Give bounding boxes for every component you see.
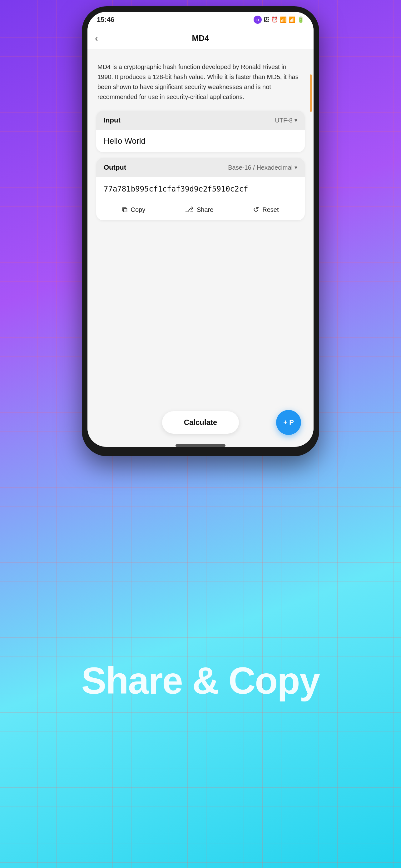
reset-label: Reset [262,206,278,213]
battery-icon: 🔋 [297,16,304,23]
home-indicator [175,444,226,447]
output-hash-value: 77a781b995cf1cfaf39d9e2f5910c2cf [104,185,248,193]
signal-icon: 📶 [289,16,295,23]
phone-frame: 15:46 u 🖼 ⏰ 📶 📶 🔋 ‹ MD4 MD4 is a cryptog… [82,6,319,456]
alarm-icon: ⏰ [271,16,278,23]
description-text: MD4 is a cryptographic hash function dev… [96,59,305,105]
photo-icon: 🖼 [264,17,269,23]
wifi-icon: 📶 [280,16,287,23]
page-title: MD4 [192,33,209,43]
bottom-area: Calculate + P [88,405,313,441]
back-button[interactable]: ‹ [95,33,98,43]
chevron-down-icon: ▾ [295,117,297,124]
spacer [96,226,305,245]
output-section: Output Base-16 / Hexadecimal ▾ 77a781b99… [96,158,305,220]
input-header: Input UTF-8 ▾ [96,111,305,130]
fab-button[interactable]: + P [276,410,301,435]
format-dropdown[interactable]: Base-16 / Hexadecimal ▾ [228,164,297,171]
scroll-indicator [310,74,312,112]
reset-icon: ↺ [253,205,259,214]
share-copy-label: Share & Copy [81,659,320,702]
up-badge: u [254,16,262,24]
status-bar: 15:46 u 🖼 ⏰ 📶 📶 🔋 [88,12,313,28]
calculate-button[interactable]: Calculate [162,411,239,434]
scroll-content: MD4 is a cryptographic hash function dev… [88,50,313,405]
input-label: Input [104,116,121,124]
format-chevron-icon: ▾ [295,164,297,171]
output-label: Output [104,163,126,172]
share-copy-section: Share & Copy [0,493,401,868]
output-header: Output Base-16 / Hexadecimal ▾ [96,158,305,177]
phone-screen: 15:46 u 🖼 ⏰ 📶 📶 🔋 ‹ MD4 MD4 is a cryptog… [88,12,313,447]
format-value: Base-16 / Hexadecimal [228,164,293,171]
input-section: Input UTF-8 ▾ Hello World [96,111,305,152]
encoding-value: UTF-8 [275,117,293,124]
output-body: 77a781b995cf1cfaf39d9e2f5910c2cf [96,177,305,201]
share-label: Share [197,206,213,213]
share-icon: ⎇ [185,205,194,214]
input-body: Hello World [96,130,305,152]
copy-button[interactable]: ⧉ Copy [122,205,145,214]
status-time: 15:46 [97,16,114,24]
input-value[interactable]: Hello World [104,136,145,146]
copy-label: Copy [131,206,145,213]
share-button[interactable]: ⎇ Share [185,205,213,214]
copy-icon: ⧉ [122,205,127,214]
status-icons: u 🖼 ⏰ 📶 📶 🔋 [254,16,304,24]
reset-button[interactable]: ↺ Reset [253,205,278,214]
action-row: ⧉ Copy ⎇ Share ↺ Reset [96,201,305,220]
app-header: ‹ MD4 [88,28,313,50]
encoding-dropdown[interactable]: UTF-8 ▾ [275,117,297,124]
